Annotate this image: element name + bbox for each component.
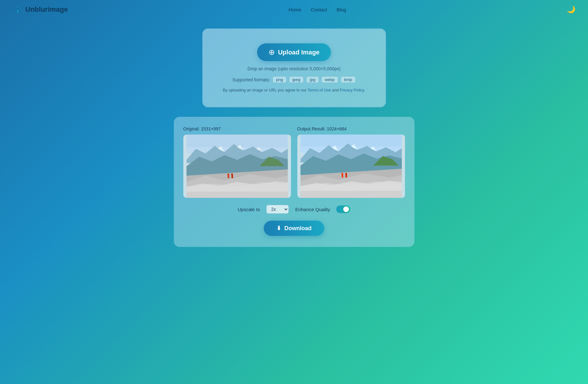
output-image	[297, 135, 405, 198]
upload-dropzone[interactable]: ⊕ Upload Image Drop an image (upto resol…	[202, 28, 386, 107]
svg-point-36	[345, 173, 347, 175]
main-nav: Home Contact Blog	[288, 7, 346, 12]
original-label: Original: 1531×997	[183, 126, 291, 131]
toggle-slider	[336, 205, 350, 213]
controls-row: Upscale to 1x 2x 4x 8x Enhance Quality	[183, 205, 405, 214]
svg-point-0	[17, 6, 19, 8]
logo-icon	[13, 4, 23, 15]
format-jpg: jpg	[306, 76, 319, 83]
download-label: Download	[284, 225, 312, 232]
images-row: Original: 1531×997	[183, 126, 405, 198]
privacy-link[interactable]: Privacy Policy	[340, 88, 364, 92]
svg-point-16	[227, 173, 229, 175]
header: Unblurimage Home Contact Blog 🌙	[0, 0, 588, 19]
enhance-quality-label: Enhance Quality	[295, 207, 330, 212]
svg-rect-17	[231, 175, 233, 178]
nav-contact[interactable]: Contact	[311, 7, 327, 12]
upload-image-button[interactable]: ⊕ Upload Image	[257, 43, 331, 61]
logo-text: Unblurimage	[25, 5, 68, 14]
output-label: Output Result: 1024×664	[297, 126, 405, 131]
original-image	[183, 135, 291, 198]
upload-button-label: Upload Image	[278, 49, 319, 56]
result-box: Original: 1531×997	[174, 117, 414, 247]
svg-rect-15	[228, 175, 229, 178]
upscale-label: Upscale to	[238, 207, 260, 212]
svg-point-34	[341, 173, 343, 175]
format-webp: webp	[321, 76, 338, 83]
logo-area: Unblurimage	[13, 4, 68, 15]
format-png: png	[273, 76, 287, 83]
original-image-col: Original: 1531×997	[183, 126, 291, 198]
svg-rect-33	[342, 174, 343, 178]
format-bmp: bmp	[341, 76, 356, 83]
formats-row: Supported formats: png jpeg jpg webp bmp	[232, 76, 356, 83]
svg-point-18	[231, 173, 233, 175]
formats-label: Supported formats:	[232, 77, 270, 82]
download-button[interactable]: ⬇ Download	[264, 221, 324, 236]
theme-toggle-button[interactable]: 🌙	[567, 5, 575, 14]
nav-home[interactable]: Home	[288, 7, 301, 12]
output-mountain-scene	[297, 135, 405, 198]
enhance-quality-toggle[interactable]	[336, 205, 350, 213]
format-jpeg: jpeg	[289, 76, 304, 83]
svg-rect-35	[345, 174, 347, 178]
download-icon: ⬇	[276, 225, 281, 232]
upscale-select[interactable]: 1x 2x 4x 8x	[266, 205, 289, 214]
terms-text: By uploading an image or URL you agree t…	[223, 88, 365, 92]
terms-link[interactable]: Terms of Use	[307, 88, 331, 92]
original-mountain-scene	[183, 135, 291, 198]
nav-blog[interactable]: Blog	[337, 7, 346, 12]
output-image-col: Output Result: 1024×664	[297, 126, 405, 198]
drop-instruction: Drop an image (upto resolution 5,000×5,0…	[248, 66, 341, 71]
main-content: ⊕ Upload Image Drop an image (upto resol…	[0, 19, 588, 384]
plus-icon: ⊕	[269, 48, 275, 57]
